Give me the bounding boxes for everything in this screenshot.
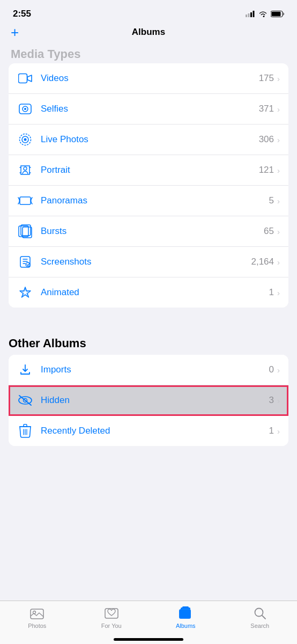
svg-rect-28 [179, 609, 191, 619]
video-icon [17, 70, 33, 86]
bursts-label: Bursts [41, 226, 264, 237]
imports-chevron: › [277, 365, 280, 375]
portrait-chevron: › [277, 166, 280, 175]
screenshots-label: Screenshots [41, 257, 251, 267]
list-item-hidden[interactable]: Hidden 3 › [9, 385, 288, 416]
svg-rect-5 [272, 12, 281, 16]
svg-point-9 [24, 108, 26, 110]
live-photos-chevron: › [277, 135, 280, 144]
svg-rect-2 [250, 12, 252, 17]
list-item-recently-deleted[interactable]: Recently Deleted 1 › [9, 416, 288, 446]
tab-for-you[interactable]: For You [75, 606, 149, 629]
animated-count: 1 [269, 287, 274, 298]
list-item-imports[interactable]: Imports 0 › [9, 355, 288, 385]
selfie-icon [17, 101, 33, 117]
battery-icon [271, 11, 284, 17]
svg-point-19 [26, 262, 30, 267]
tab-albums[interactable]: Albums [148, 606, 223, 629]
videos-chevron: › [277, 74, 280, 83]
media-types-list: Videos 175 › Selfies 371 › [9, 63, 288, 308]
list-item-live-photos[interactable]: Live Photos 306 › [9, 125, 288, 155]
other-albums-list: Imports 0 › Hidden 3 › [9, 355, 288, 446]
live-photos-icon [17, 131, 33, 148]
recently-deleted-label: Recently Deleted [41, 426, 269, 436]
list-item-bursts[interactable]: Bursts 65 › [9, 216, 288, 247]
svg-rect-15 [19, 226, 28, 237]
for-you-tab-icon [105, 606, 118, 620]
signal-icon [246, 11, 255, 17]
list-item-portrait[interactable]: Portrait 121 › [9, 155, 288, 186]
panoramas-chevron: › [277, 196, 280, 206]
screenshots-chevron: › [277, 258, 280, 267]
svg-point-12 [24, 138, 27, 141]
svg-rect-14 [20, 197, 31, 204]
animated-label: Animated [41, 287, 269, 298]
bursts-icon [17, 223, 33, 239]
for-you-tab-label: For You [101, 623, 122, 629]
albums-tab-label: Albums [176, 623, 196, 629]
animated-chevron: › [277, 288, 280, 297]
status-bar: 2:55 [0, 0, 297, 24]
tab-photos[interactable]: Photos [0, 606, 75, 629]
list-item-screenshots[interactable]: Screenshots 2,164 › [9, 247, 288, 277]
imports-count: 0 [269, 364, 274, 375]
home-bar [114, 638, 183, 641]
screenshots-icon [17, 254, 33, 270]
live-photos-count: 306 [259, 134, 274, 145]
videos-count: 175 [259, 73, 274, 84]
recently-deleted-chevron: › [277, 427, 280, 436]
animated-icon [17, 284, 33, 301]
bursts-count: 65 [264, 226, 274, 237]
bursts-chevron: › [277, 227, 280, 236]
nav-title: Albums [132, 27, 165, 38]
portrait-icon [17, 162, 33, 178]
portrait-count: 121 [259, 165, 274, 175]
other-albums-title: Other Albums [9, 336, 288, 350]
trash-icon [17, 423, 33, 439]
hidden-count: 3 [269, 395, 274, 406]
svg-rect-1 [248, 13, 250, 17]
photos-tab-label: Photos [28, 623, 46, 629]
nav-bar: + Albums [0, 24, 297, 43]
panoramas-label: Panoramas [41, 195, 269, 206]
svg-rect-30 [182, 606, 189, 608]
wifi-icon [258, 11, 268, 18]
media-types-title: Media Types [11, 47, 286, 61]
panoramas-count: 5 [269, 195, 274, 206]
list-item-panoramas[interactable]: Panoramas 5 › [9, 186, 288, 216]
albums-tab-icon [179, 606, 192, 620]
media-types-section-header: Media Types [0, 43, 297, 63]
selfies-label: Selfies [41, 104, 259, 114]
hidden-icon [17, 392, 33, 408]
svg-rect-25 [31, 609, 43, 619]
selfies-chevron: › [277, 105, 280, 114]
svg-point-13 [24, 167, 27, 170]
tab-search[interactable]: Search [223, 606, 298, 629]
portrait-label: Portrait [41, 165, 259, 175]
search-tab-icon [253, 606, 267, 620]
videos-label: Videos [41, 73, 259, 84]
hidden-label: Hidden [41, 395, 269, 406]
import-icon [17, 362, 33, 378]
tab-bar: Photos For You Albums [0, 601, 297, 644]
scroll-area: Media Types Videos 175 › [0, 43, 297, 517]
svg-point-26 [33, 611, 36, 614]
svg-rect-0 [246, 14, 247, 17]
list-item-videos[interactable]: Videos 175 › [9, 63, 288, 94]
hidden-chevron: › [277, 396, 280, 405]
selfies-count: 371 [259, 104, 274, 114]
add-album-button[interactable]: + [11, 25, 19, 39]
live-photos-label: Live Photos [41, 134, 259, 145]
list-item-selfies[interactable]: Selfies 371 › [9, 94, 288, 125]
list-item-animated[interactable]: Animated 1 › [9, 277, 288, 308]
status-time: 2:55 [13, 9, 31, 19]
photos-tab-icon [30, 606, 44, 620]
recently-deleted-count: 1 [269, 426, 274, 436]
panorama-icon [17, 193, 33, 209]
home-indicator [0, 638, 297, 641]
search-tab-label: Search [250, 623, 269, 629]
svg-rect-3 [253, 11, 255, 17]
status-icons [246, 11, 284, 18]
other-albums-section-header: Other Albums [0, 325, 297, 355]
svg-point-32 [255, 609, 263, 617]
